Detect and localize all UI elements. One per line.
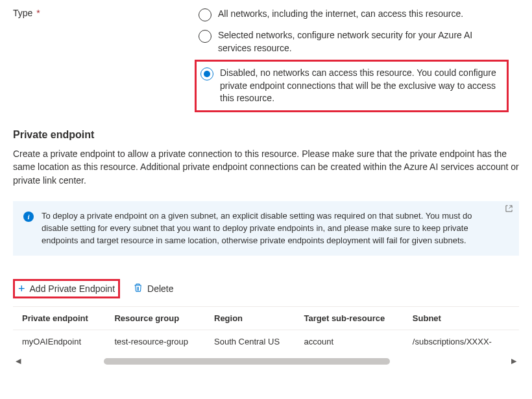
- col-private-endpoint[interactable]: Private endpoint: [13, 307, 114, 330]
- table-row[interactable]: myOAIEndpoint test-resource-group South …: [13, 330, 519, 354]
- info-text: To deploy a private endpoint on a given …: [42, 210, 510, 247]
- cell-target-sub-resource: account: [304, 330, 413, 354]
- external-link-icon[interactable]: [505, 205, 513, 213]
- radio-label: Selected networks, configure network sec…: [218, 29, 505, 54]
- radio-option-selected-networks[interactable]: Selected networks, configure network sec…: [195, 25, 509, 58]
- scroll-thumb[interactable]: [104, 358, 391, 365]
- radio-label: All networks, including the internet, ca…: [218, 8, 463, 21]
- radio-label: Disabled, no networks can access this re…: [220, 67, 503, 105]
- cell-resource-group: test-resource-group: [114, 330, 214, 354]
- scroll-track[interactable]: [27, 357, 505, 365]
- radio-icon: [199, 30, 212, 43]
- trash-icon: [133, 283, 143, 295]
- private-endpoints-table: Private endpoint Resource group Region T…: [13, 306, 519, 353]
- private-endpoint-description: Create a private endpoint to allow a pri…: [13, 147, 519, 187]
- col-region[interactable]: Region: [214, 307, 304, 330]
- private-endpoint-heading: Private endpoint: [13, 129, 519, 141]
- plus-icon: +: [18, 283, 25, 295]
- radio-icon: [200, 67, 213, 80]
- radio-option-disabled[interactable]: Disabled, no networks can access this re…: [195, 60, 509, 112]
- delete-button[interactable]: Delete: [129, 280, 177, 298]
- scroll-left-icon[interactable]: ◀: [13, 357, 23, 365]
- info-callout: i To deploy a private endpoint on a give…: [13, 201, 519, 256]
- info-icon: i: [23, 212, 34, 222]
- cell-region: South Central US: [214, 330, 304, 354]
- add-private-endpoint-label: Add Private Endpoint: [30, 284, 115, 294]
- type-label: Type *: [13, 4, 195, 18]
- radio-icon: [199, 8, 212, 21]
- cell-subnet: /subscriptions/XXXX-: [413, 330, 519, 354]
- horizontal-scrollbar[interactable]: ◀ ▶: [13, 357, 519, 365]
- col-subnet[interactable]: Subnet: [413, 307, 519, 330]
- col-resource-group[interactable]: Resource group: [114, 307, 214, 330]
- scroll-right-icon[interactable]: ▶: [509, 357, 519, 365]
- cell-private-endpoint: myOAIEndpoint: [13, 330, 114, 354]
- delete-label: Delete: [147, 284, 173, 294]
- col-target-sub-resource[interactable]: Target sub-resource: [304, 307, 413, 330]
- table-header-row: Private endpoint Resource group Region T…: [13, 307, 519, 330]
- radio-option-all-networks[interactable]: All networks, including the internet, ca…: [195, 4, 509, 25]
- required-indicator: *: [36, 8, 40, 18]
- add-private-endpoint-button[interactable]: + Add Private Endpoint: [13, 279, 120, 298]
